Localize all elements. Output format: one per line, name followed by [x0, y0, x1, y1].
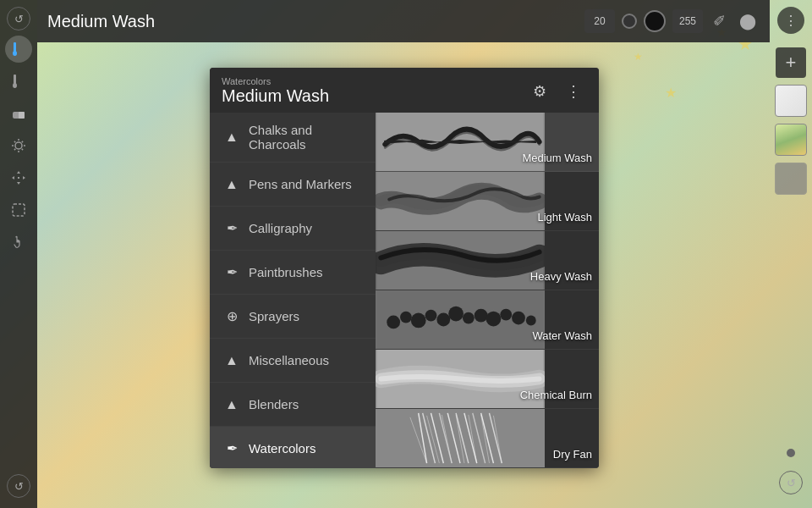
- brush-name-water-wash: Water Wash: [532, 329, 592, 342]
- star-decoration: ★: [634, 51, 643, 63]
- layer-thumb-1[interactable]: [775, 85, 807, 117]
- svg-point-1: [13, 51, 17, 56]
- sprayers-icon: ⊕: [223, 308, 240, 324]
- svg-rect-7: [18, 177, 19, 179]
- brush-name-light-wash: Light Wash: [537, 211, 592, 224]
- category-item-paintbrushes[interactable]: ✒ Paintbrushes: [210, 251, 376, 295]
- category-item-pens[interactable]: ▲ Pens and Markers: [210, 163, 376, 207]
- svg-rect-5: [19, 112, 25, 119]
- stroke-svg-water-wash: [376, 290, 545, 349]
- right-panel: ⋮ + ↺: [770, 0, 812, 508]
- redo-button[interactable]: ↺: [7, 474, 30, 498]
- stroke-svg-heavy-wash: [376, 231, 545, 290]
- brush-dot-small: [622, 14, 637, 29]
- smudge-icon: [10, 73, 27, 90]
- pens-icon: ▲: [223, 177, 240, 192]
- right-undo-icon: ↺: [787, 477, 796, 489]
- category-item-watercolors[interactable]: ✒ Watercolors: [210, 427, 376, 468]
- left-toolbar: ↺: [0, 0, 37, 508]
- topbar-icon-more[interactable]: ⬤: [736, 8, 760, 34]
- brush-preview-water-wash: [376, 290, 545, 349]
- brush-name-medium-wash: Medium Wash: [522, 152, 592, 164]
- brush-item-heavy-wash[interactable]: Heavy Wash: [376, 231, 599, 290]
- layer-thumb-3[interactable]: [775, 163, 807, 195]
- brush-item-chemical-burn[interactable]: Chemical Burn: [376, 350, 599, 409]
- category-item-misc[interactable]: ▲ Miscellaneous: [210, 339, 376, 383]
- brush-item-dry-fan[interactable]: Dry Fan: [376, 409, 599, 468]
- svg-rect-9: [376, 113, 543, 171]
- category-item-calligraphy[interactable]: ✒ Calligraphy: [210, 207, 376, 251]
- brush-icon: [10, 41, 27, 58]
- blenders-icon: ▲: [223, 397, 240, 412]
- stroke-svg-light-wash: [376, 172, 545, 230]
- paintbrushes-label: Paintbrushes: [249, 265, 323, 279]
- eraser-tool-button[interactable]: [5, 100, 32, 127]
- right-more-button[interactable]: ⋮: [777, 7, 804, 34]
- brush-item-light-wash[interactable]: Light Wash: [376, 172, 599, 231]
- top-bar: Medium Wash 20 255 ✐ ⬤: [37, 0, 770, 42]
- svg-point-17: [436, 313, 450, 327]
- stroke-svg-medium-wash: [376, 113, 545, 171]
- category-item-blenders[interactable]: ▲ Blenders: [210, 383, 376, 427]
- lasso-icon: [10, 202, 27, 218]
- paintbrushes-icon: ✒: [223, 264, 240, 280]
- panel-more-button[interactable]: ⋮: [560, 78, 587, 105]
- panel-settings-button[interactable]: ⚙: [526, 78, 553, 105]
- chalks-icon: ▲: [223, 130, 240, 145]
- size-small-badge[interactable]: 20: [584, 9, 615, 33]
- category-item-chalks[interactable]: ▲ Chalks and Charcoals: [210, 113, 376, 163]
- smudge-tool-button[interactable]: [5, 68, 32, 95]
- svg-point-14: [400, 312, 412, 323]
- watercolors-icon: ✒: [223, 440, 240, 456]
- brush-name-chemical-burn: Chemical Burn: [520, 389, 592, 401]
- brush-preview-heavy-wash: [376, 231, 545, 290]
- brush-preview-light-wash: [376, 172, 545, 230]
- gesture-tool-button[interactable]: [5, 229, 32, 256]
- brush-item-medium-wash[interactable]: Medium Wash: [376, 113, 599, 172]
- chalks-label: Chalks and Charcoals: [249, 123, 362, 152]
- pens-label: Pens and Markers: [249, 177, 352, 191]
- brush-name-dry-fan: Dry Fan: [553, 448, 592, 461]
- calligraphy-icon: ✒: [223, 220, 240, 236]
- size-large-badge[interactable]: 255: [672, 9, 703, 33]
- brush-size-controls: 20 255 ✐ ⬤: [584, 8, 760, 34]
- move-tool-button[interactable]: [5, 164, 32, 191]
- star-decoration: ★: [665, 85, 677, 101]
- undo-button[interactable]: ↺: [7, 7, 30, 30]
- stroke-svg-dry-fan: [376, 409, 545, 467]
- misc-label: Miscellaneous: [249, 353, 329, 367]
- panel-title: Medium Wash: [222, 86, 329, 106]
- move-icon: [10, 169, 27, 186]
- panel-subtitle: Watercolors: [222, 76, 329, 86]
- misc-icon: ▲: [223, 353, 240, 368]
- topbar-title: Medium Wash: [47, 12, 155, 31]
- brush-dot-medium: [644, 10, 666, 32]
- brush-panel: Watercolors Medium Wash ⚙ ⋮ ▲ Chalks and…: [210, 68, 599, 468]
- svg-point-18: [448, 306, 464, 322]
- watercolors-label: Watercolors: [249, 441, 315, 456]
- brush-tool-button[interactable]: [5, 36, 32, 63]
- panel-header: Watercolors Medium Wash ⚙ ⋮: [210, 68, 599, 113]
- category-item-sprayers[interactable]: ⊕ Sprayers: [210, 295, 376, 339]
- brush-list: Medium Wash Light Wash: [376, 113, 599, 468]
- svg-point-15: [411, 313, 426, 329]
- selection-tool-button[interactable]: [5, 132, 32, 159]
- svg-point-6: [15, 142, 22, 149]
- sprayers-label: Sprayers: [249, 309, 299, 323]
- topbar-icon-pen[interactable]: ✐: [710, 8, 729, 34]
- layer-thumb-2[interactable]: [775, 124, 807, 156]
- brush-item-water-wash[interactable]: Water Wash: [376, 290, 599, 350]
- svg-point-13: [387, 316, 400, 329]
- svg-point-23: [512, 312, 525, 325]
- eraser-icon: [10, 105, 27, 122]
- svg-point-3: [13, 83, 17, 88]
- brush-preview-dry-fan: [376, 409, 545, 467]
- svg-point-24: [526, 316, 536, 326]
- panel-header-left: Watercolors Medium Wash: [222, 76, 329, 106]
- calligraphy-label: Calligraphy: [249, 221, 312, 235]
- lasso-tool-button[interactable]: [5, 196, 32, 224]
- add-layer-button[interactable]: +: [776, 47, 806, 78]
- svg-point-20: [475, 309, 488, 323]
- right-undo-button[interactable]: ↺: [779, 471, 803, 494]
- selection-icon: [10, 137, 27, 154]
